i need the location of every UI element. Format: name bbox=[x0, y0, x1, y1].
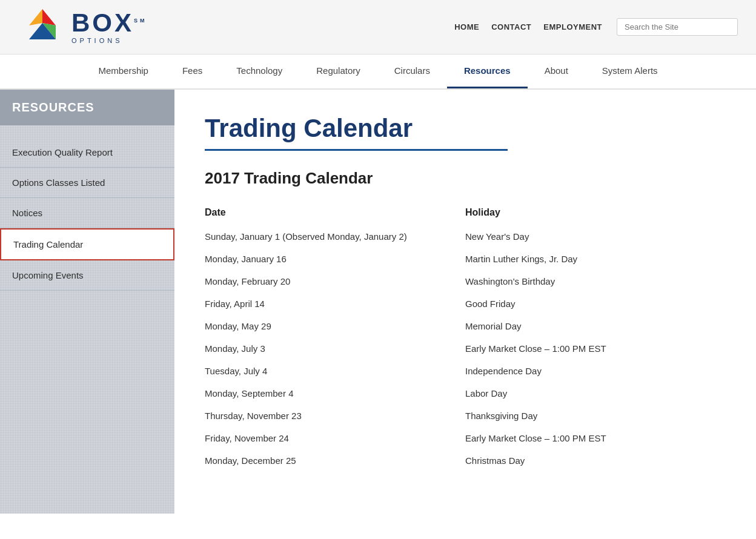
main-content: Trading Calendar 2017 Trading Calendar D… bbox=[174, 90, 756, 514]
sidebar: RESOURCES Execution Quality Report Optio… bbox=[0, 90, 174, 514]
top-nav: HOME CONTACT EMPLOYMENT bbox=[454, 22, 602, 31]
table-row: Monday, January 16Martin Luther Kings, J… bbox=[205, 248, 726, 270]
nav-resources[interactable]: Resources bbox=[447, 55, 528, 88]
calendar-holiday: Thanksgiving Day bbox=[465, 405, 726, 427]
calendar-holiday: Early Market Close – 1:00 PM EST bbox=[465, 337, 726, 360]
calendar-holiday: Early Market Close – 1:00 PM EST bbox=[465, 427, 726, 449]
table-row: Monday, February 20Washington's Birthday bbox=[205, 270, 726, 293]
sidebar-item-notices[interactable]: Notices bbox=[0, 198, 174, 228]
page-title: Trading Calendar bbox=[205, 114, 726, 143]
top-right: HOME CONTACT EMPLOYMENT bbox=[454, 18, 738, 36]
table-row: Monday, July 3Early Market Close – 1:00 … bbox=[205, 337, 726, 360]
calendar-date: Monday, February 20 bbox=[205, 270, 465, 293]
calendar-date: Monday, May 29 bbox=[205, 315, 465, 337]
logo-options-text: OPTIONS bbox=[71, 37, 147, 44]
main-nav: Membership Fees Technology Regulatory Ci… bbox=[0, 55, 756, 90]
top-nav-employment[interactable]: EMPLOYMENT bbox=[543, 22, 602, 31]
page-layout: RESOURCES Execution Quality Report Optio… bbox=[0, 90, 756, 514]
calendar-holiday: Christmas Day bbox=[465, 449, 726, 472]
calendar-date: Tuesday, July 4 bbox=[205, 360, 465, 382]
calendar-holiday: New Year's Day bbox=[465, 225, 726, 248]
table-row: Monday, September 4Labor Day bbox=[205, 382, 726, 405]
nav-technology[interactable]: Technology bbox=[219, 55, 299, 88]
sidebar-item-execution-quality[interactable]: Execution Quality Report bbox=[0, 137, 174, 168]
nav-membership[interactable]: Membership bbox=[81, 55, 165, 88]
sidebar-title: RESOURCES bbox=[0, 90, 174, 125]
logo-area: BOXSM OPTIONS bbox=[18, 6, 147, 48]
table-row: Tuesday, July 4Independence Day bbox=[205, 360, 726, 382]
calendar-holiday: Independence Day bbox=[465, 360, 726, 382]
calendar-date: Thursday, November 23 bbox=[205, 405, 465, 427]
nav-fees[interactable]: Fees bbox=[165, 55, 219, 88]
col-holiday-header: Holiday bbox=[465, 202, 726, 225]
svg-marker-3 bbox=[29, 9, 42, 25]
table-row: Monday, May 29Memorial Day bbox=[205, 315, 726, 337]
logo-text: BOXSM OPTIONS bbox=[71, 10, 147, 44]
calendar-date: Sunday, January 1 (Observed Monday, Janu… bbox=[205, 225, 465, 248]
logo-icon bbox=[18, 6, 67, 48]
calendar-date: Monday, January 16 bbox=[205, 248, 465, 270]
nav-circulars[interactable]: Circulars bbox=[377, 55, 447, 88]
calendar-date: Friday, November 24 bbox=[205, 427, 465, 449]
table-row: Monday, December 25Christmas Day bbox=[205, 449, 726, 472]
top-nav-home[interactable]: HOME bbox=[454, 22, 479, 31]
table-row: Friday, April 14Good Friday bbox=[205, 293, 726, 315]
top-nav-contact[interactable]: CONTACT bbox=[491, 22, 531, 31]
sidebar-item-options-classes[interactable]: Options Classes Listed bbox=[0, 168, 174, 198]
nav-about[interactable]: About bbox=[528, 55, 585, 88]
top-bar: BOXSM OPTIONS HOME CONTACT EMPLOYMENT bbox=[0, 0, 756, 55]
sidebar-item-upcoming-events[interactable]: Upcoming Events bbox=[0, 260, 174, 291]
calendar-table: Date Holiday Sunday, January 1 (Observed… bbox=[205, 202, 726, 472]
svg-marker-0 bbox=[42, 9, 56, 25]
search-input[interactable] bbox=[617, 18, 738, 36]
sidebar-item-trading-calendar[interactable]: Trading Calendar bbox=[0, 228, 174, 260]
nav-system-alerts[interactable]: System Alerts bbox=[585, 55, 675, 88]
calendar-date: Monday, December 25 bbox=[205, 449, 465, 472]
title-underline bbox=[205, 149, 508, 151]
calendar-date: Monday, July 3 bbox=[205, 337, 465, 360]
calendar-holiday: Labor Day bbox=[465, 382, 726, 405]
calendar-holiday: Martin Luther Kings, Jr. Day bbox=[465, 248, 726, 270]
table-row: Thursday, November 23Thanksgiving Day bbox=[205, 405, 726, 427]
calendar-holiday: Good Friday bbox=[465, 293, 726, 315]
calendar-holiday: Washington's Birthday bbox=[465, 270, 726, 293]
nav-regulatory[interactable]: Regulatory bbox=[299, 55, 377, 88]
calendar-holiday: Memorial Day bbox=[465, 315, 726, 337]
section-title: 2017 Trading Calendar bbox=[205, 169, 726, 188]
col-date-header: Date bbox=[205, 202, 465, 225]
logo-box-text: BOXSM bbox=[71, 10, 147, 36]
table-row: Friday, November 24Early Market Close – … bbox=[205, 427, 726, 449]
calendar-date: Monday, September 4 bbox=[205, 382, 465, 405]
calendar-date: Friday, April 14 bbox=[205, 293, 465, 315]
table-row: Sunday, January 1 (Observed Monday, Janu… bbox=[205, 225, 726, 248]
